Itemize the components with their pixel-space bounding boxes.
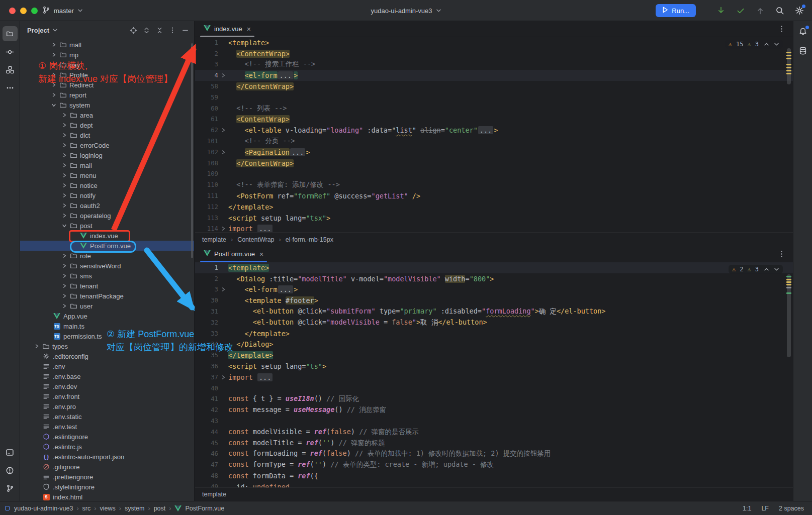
fold-chevron-icon[interactable]	[221, 150, 226, 155]
code-line[interactable]: 33 </template>	[195, 328, 793, 339]
expand-all-button[interactable]	[143, 27, 150, 34]
tree-item-.env.front[interactable]: .env.front	[20, 391, 194, 401]
collapse-all-button[interactable]	[156, 27, 163, 34]
code-line[interactable]: 40	[195, 383, 793, 394]
tree-chevron-icon[interactable]	[60, 153, 68, 158]
tree-chevron-icon[interactable]	[50, 82, 58, 87]
close-tab-icon[interactable]: ×	[247, 26, 251, 33]
more-vert-button[interactable]	[169, 27, 176, 34]
tree-chevron-icon[interactable]	[60, 273, 68, 278]
code-line[interactable]: 43	[195, 416, 793, 427]
problems-button[interactable]	[3, 463, 18, 478]
code-line[interactable]: 62 <el-table v-loading="loading" :data="…	[195, 125, 793, 136]
tree-item-Profile[interactable]: Profile	[20, 70, 194, 80]
vcs-commit-button[interactable]	[735, 5, 746, 16]
code-line[interactable]: 110 <!-- 表单弹窗: 添加/修改 -->	[195, 179, 793, 190]
tree-item-sms[interactable]: sms	[20, 271, 194, 281]
status-path-segment[interactable]: yudao-ui-admin-vue3	[14, 505, 73, 512]
fold-chevron-icon[interactable]	[221, 375, 226, 380]
tree-item-notify[interactable]: notify	[20, 190, 194, 200]
tree-item-menu[interactable]: menu	[20, 170, 194, 180]
commit-tool-button[interactable]	[3, 44, 18, 59]
tree-item-dept[interactable]: dept	[20, 120, 194, 130]
code-line[interactable]: 31 <el-button @click="submitForm" type="…	[195, 306, 793, 317]
breadcrumb-item[interactable]: template	[202, 491, 226, 498]
project-tree-scrollbar[interactable]	[191, 43, 193, 258]
code-line[interactable]: 113<script setup lang="tsx">	[195, 213, 793, 224]
tree-chevron-icon[interactable]	[60, 143, 68, 148]
project-panel-title-button[interactable]: Project	[27, 27, 58, 34]
locate-button[interactable]	[130, 27, 137, 34]
project-selector[interactable]: yudao-ui-admin-vue3	[371, 0, 441, 21]
tab-postform-vue[interactable]: PostForm.vue ×	[199, 246, 268, 262]
tree-item-role[interactable]: role	[20, 251, 194, 261]
tree-item-tenant[interactable]: tenant	[20, 281, 194, 291]
fold-chevron-icon[interactable]	[221, 128, 226, 133]
vcs-push-button[interactable]	[755, 5, 766, 16]
tree-item-.env.test[interactable]: .env.test	[20, 422, 194, 432]
code-line[interactable]: 109	[195, 169, 793, 180]
fold-chevron-icon[interactable]	[221, 226, 226, 231]
tree-chevron-icon[interactable]	[60, 253, 68, 258]
tree-chevron-icon[interactable]	[60, 303, 68, 308]
tree-chevron-icon[interactable]	[60, 123, 68, 128]
tree-chevron-icon[interactable]	[60, 203, 68, 208]
tree-item-.editorconfig[interactable]: .editorconfig	[20, 351, 194, 361]
tree-chevron-icon[interactable]	[50, 52, 58, 57]
breadcrumb-item[interactable]: ContentWrap	[237, 236, 274, 243]
tree-chevron-icon[interactable]	[50, 92, 58, 97]
inspections-widget[interactable]: ⚠ 15 ⚠ 3	[725, 40, 783, 49]
settings-button[interactable]	[794, 5, 805, 16]
tree-chevron-icon[interactable]	[50, 42, 58, 47]
tree-item-report[interactable]: report	[20, 90, 194, 100]
database-button[interactable]	[797, 45, 808, 56]
editor-options-kebab-icon[interactable]	[778, 25, 785, 33]
tree-chevron-icon[interactable]	[60, 293, 68, 298]
editor-options-kebab-icon[interactable]	[778, 250, 785, 258]
tree-item-loginlog[interactable]: loginlog	[20, 150, 194, 160]
status-path[interactable]: yudao-ui-admin-vue3›src›views›system›pos…	[14, 505, 224, 512]
tree-item-pay[interactable]: pay	[20, 60, 194, 70]
tree-chevron-icon[interactable]	[50, 102, 58, 108]
code-line[interactable]: 36<script setup lang="ts">	[195, 361, 793, 372]
code-line[interactable]: 102 <Pagination...>	[195, 147, 793, 158]
code-line[interactable]: 35</template>	[195, 350, 793, 361]
tree-chevron-icon[interactable]	[60, 213, 68, 218]
code-line[interactable]: 37import ...	[195, 372, 793, 383]
status-path-segment[interactable]: system	[125, 505, 145, 512]
code-line[interactable]: 2 <Dialog :title="modelTitle" v-model="m…	[195, 273, 793, 284]
tree-chevron-icon[interactable]	[60, 193, 68, 198]
tree-chevron-icon[interactable]	[60, 223, 68, 228]
tree-chevron-icon[interactable]	[50, 72, 58, 77]
line-ending[interactable]: LF	[761, 505, 769, 512]
more-dots-button[interactable]	[3, 80, 18, 95]
tree-item-PostForm.vue[interactable]: PostForm.vue	[20, 241, 194, 251]
maximize-window-button[interactable]	[31, 8, 38, 14]
code-line[interactable]: 112</template>	[195, 201, 793, 213]
tree-item-.env.base[interactable]: .env.base	[20, 371, 194, 381]
tree-item-.eslintrc.js[interactable]: .eslintrc.js	[20, 442, 194, 452]
tree-chevron-icon[interactable]	[60, 263, 68, 268]
tree-item-permission.ts[interactable]: TSpermission.ts	[20, 331, 194, 341]
tree-item-errorCode[interactable]: errorCode	[20, 140, 194, 150]
tree-chevron-icon[interactable]	[50, 62, 58, 67]
git-branch-button[interactable]	[3, 481, 18, 496]
minimize-window-button[interactable]	[20, 8, 27, 14]
tree-item-operatelog[interactable]: operatelog	[20, 211, 194, 221]
tree-item-mall[interactable]: mall	[20, 40, 194, 50]
indent-setting[interactable]: 2 spaces	[779, 505, 804, 512]
git-branch-widget[interactable]: master	[42, 0, 83, 21]
close-window-button[interactable]	[9, 8, 16, 14]
tree-chevron-icon[interactable]	[60, 183, 68, 188]
code-line[interactable]: 47const formType = ref('') // 表单的类型: cre…	[195, 459, 793, 470]
close-tab-icon[interactable]: ×	[259, 251, 263, 258]
terminal-button[interactable]	[3, 445, 18, 460]
editor-index-vue[interactable]: 1<template>2 <ContentWrap>3 <!-- 搜索工作栏 -…	[195, 37, 793, 232]
tree-item-system[interactable]: system	[20, 100, 194, 110]
tree-item-types[interactable]: types	[20, 341, 194, 351]
tree-item-.prettierignore[interactable]: .prettierignore	[20, 472, 194, 482]
folder-tool-button[interactable]	[3, 26, 18, 41]
breadcrumb-item[interactable]: el-form.-mb-15px	[286, 236, 333, 243]
tree-chevron-icon[interactable]	[33, 344, 41, 349]
status-path-file[interactable]: PostForm.vue	[185, 505, 224, 512]
